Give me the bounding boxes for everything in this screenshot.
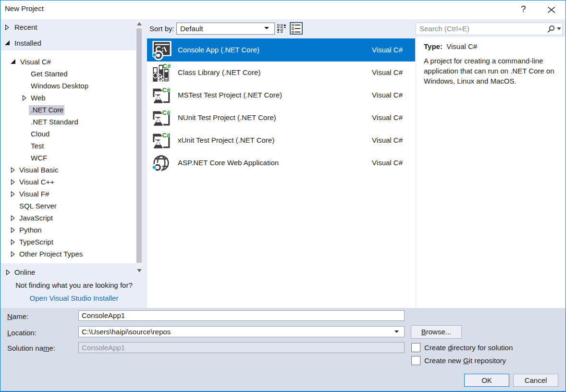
svg-text:C#: C# <box>163 62 171 70</box>
svg-text:C#: C# <box>162 132 171 139</box>
svg-text:C#: C# <box>162 86 171 94</box>
svg-text:C#: C# <box>162 109 171 116</box>
